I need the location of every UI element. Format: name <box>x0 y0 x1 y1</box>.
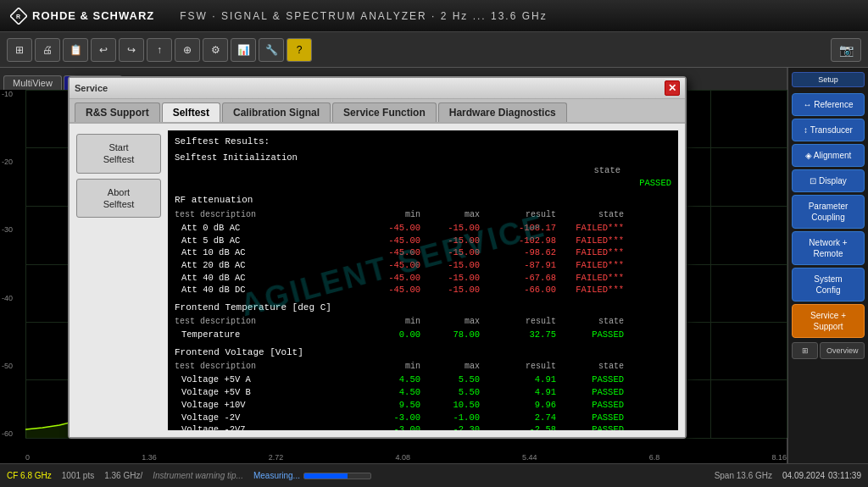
toolbar-btn-redo[interactable]: ↪ <box>119 38 144 62</box>
toolbar: ⊞ 🖨 📋 ↩ ↪ ↑ ⊕ ⚙ 📊 🔧 ? 📷 <box>0 32 868 68</box>
tab-rs-support[interactable]: R&S Support <box>75 102 160 122</box>
span-value: Span 13.6 GHz <box>715 471 772 480</box>
tab-calibration[interactable]: Calibration Signal <box>222 102 331 122</box>
section-voltage-title: Frontend Voltage [Volt] <box>175 346 671 359</box>
span-display: Span 13.6 GHz <box>715 471 772 480</box>
toolbar-btn-up[interactable]: ↑ <box>147 38 172 62</box>
brand-name: ROHDE & SCHWARZ <box>32 9 154 22</box>
start-selftest-button[interactable]: StartSelftest <box>76 134 161 174</box>
status-bar: CF 6.8 GHz 1001 pts 1.36 GHz/ Instrument… <box>0 463 868 487</box>
toolbar-btn-copy[interactable]: 📋 <box>63 38 88 62</box>
brand-logo: R ROHDE & SCHWARZ <box>10 8 154 25</box>
freq-1: 1.36 <box>142 453 157 462</box>
progress-fill <box>304 473 348 479</box>
toolbar-right: 📷 <box>831 38 861 62</box>
modal-close-button[interactable]: ✕ <box>665 80 680 96</box>
grid-button[interactable]: ⊞ <box>792 342 818 359</box>
table-row: Voltage +5V B 4.50 5.50 4.91 PASSED <box>175 386 671 399</box>
measuring-text: Measuring... <box>253 471 300 480</box>
table-row: Temperature 0.00 78.00 32.75 PASSED <box>175 329 671 341</box>
overview-button[interactable]: Overview <box>820 342 865 359</box>
init-state-value: PASSED <box>175 177 671 190</box>
modal-sidebar: StartSelftest AbortSelftest <box>76 130 161 430</box>
toolbar-btn-chart[interactable]: 📊 <box>231 38 256 62</box>
toolbar-btn-tool[interactable]: 🔧 <box>259 38 284 62</box>
service-modal: Service ✕ R&S Support Selftest Calibrati… <box>68 76 687 439</box>
table-row: Att 0 dB AC -45.00 -15.00 -108.17 FAILED… <box>175 222 671 235</box>
pts-value: 1001 pts <box>62 471 94 480</box>
transducer-button[interactable]: ↕ Transducer <box>792 119 865 141</box>
modal-title: Service <box>75 83 108 93</box>
table-row: Att 10 dB AC -45.00 -15.00 -98.62 FAILED… <box>175 246 671 259</box>
table-row: Att 5 dB AC -45.00 -15.00 -102.98 FAILED… <box>175 235 671 247</box>
init-text: Selftest Initialization <box>175 152 671 164</box>
y-label-5: -60 <box>2 429 13 438</box>
y-label-2: -30 <box>2 225 13 234</box>
warning-display: Instrument warning tip... <box>153 471 243 480</box>
bw-display: 1.36 GHz/ <box>104 471 142 480</box>
brand-bar: R ROHDE & SCHWARZ FSW · SIGNAL & SPECTRU… <box>0 0 868 32</box>
section-rf-atten: RF attenuation test description min max … <box>175 194 671 296</box>
toolbar-btn-undo[interactable]: ↩ <box>91 38 116 62</box>
parameter-coupling-button[interactable]: ParameterCoupling <box>792 195 865 229</box>
tab-service-function[interactable]: Service Function <box>332 102 437 122</box>
setup-button[interactable]: Setup <box>792 72 865 87</box>
main-area: MultiView Spectrum Service BRW: 3 MHz <box>0 68 868 463</box>
y-label-1: -20 <box>2 158 13 166</box>
service-support-button[interactable]: Service +Support <box>792 304 865 338</box>
freq-6: 8.16 <box>771 453 787 462</box>
cf-value: CF 6.8 GHz <box>7 471 52 480</box>
table-row: Att 20 dB AC -45.00 -15.00 -87.91 FAILED… <box>175 259 671 272</box>
y-axis: -10 -20 -30 -40 -50 -60 <box>2 90 13 438</box>
freq-labels: 0 1.36 2.72 4.08 5.44 6.8 8.16 <box>25 453 787 462</box>
y-label-3: -40 <box>2 294 13 302</box>
date-value: 04.09.2024 <box>782 471 825 480</box>
toolbar-btn-windows[interactable]: ⊞ <box>7 38 32 62</box>
progress-bar <box>303 473 371 479</box>
right-panel: Setup ↔ Reference ↕ Transducer ◈ Alignme… <box>787 68 868 463</box>
toolbar-btn-print[interactable]: 🖨 <box>35 38 60 62</box>
tab-selftest[interactable]: Selftest <box>162 102 220 122</box>
tab-multiview[interactable]: MultiView <box>3 75 62 90</box>
toolbar-btn-add[interactable]: ⊕ <box>175 38 200 62</box>
table-row: Voltage -2V7 -3.00 -2.30 -2.58 PASSED <box>175 423 671 430</box>
device-info: FSW · SIGNAL & SPECTRUM ANALYZER · 2 Hz … <box>180 10 547 22</box>
freq-5: 6.8 <box>649 453 660 462</box>
system-config-button[interactable]: SystemConfig <box>792 268 865 302</box>
freq-0: 0 <box>25 453 30 462</box>
modal-content: StartSelftest AbortSelftest Selftest Res… <box>70 124 685 437</box>
freq-4: 5.44 <box>522 453 537 462</box>
time-value: 03:11:39 <box>828 471 861 480</box>
svg-text:R: R <box>16 14 21 19</box>
init-state-row: state <box>175 164 671 177</box>
bw-value: 1.36 GHz/ <box>104 471 142 480</box>
modal-tabs: R&S Support Selftest Calibration Signal … <box>70 99 685 124</box>
freq-2: 2.72 <box>269 453 284 462</box>
y-label-0: -10 <box>2 90 13 98</box>
table-row: Att 40 dB DC -45.00 -15.00 -66.00 FAILED… <box>175 284 671 296</box>
alignment-button[interactable]: ◈ Alignment <box>792 144 865 167</box>
results-area: Selftest Results: Selftest Initializatio… <box>168 130 678 430</box>
section-rf-title: RF attenuation <box>175 194 671 207</box>
modal-titlebar: Service ✕ <box>70 78 685 99</box>
datetime-display: 04.09.2024 03:11:39 <box>782 471 861 480</box>
display-button[interactable]: ⊡ Display <box>792 169 865 192</box>
table-row: Att 40 dB AC -45.00 -15.00 -67.68 FAILED… <box>175 272 671 285</box>
spectrum-panel: MultiView Spectrum Service BRW: 3 MHz <box>0 68 787 463</box>
camera-button[interactable]: 📷 <box>831 38 861 62</box>
tab-hardware-diagnostics[interactable]: Hardware Diagnostics <box>438 102 567 122</box>
toolbar-btn-help[interactable]: ? <box>287 38 312 62</box>
section-temp-title: Frontend Temperature [deg C] <box>175 302 671 314</box>
pts-display: 1001 pts <box>62 471 94 480</box>
table-row: Voltage -2V -3.00 -1.00 2.74 PASSED <box>175 412 671 424</box>
table-row: Voltage +10V 9.50 10.50 9.96 PASSED <box>175 399 671 412</box>
warning-text: Instrument warning tip... <box>153 471 243 480</box>
y-label-4: -50 <box>2 362 13 370</box>
section-voltage: Frontend Voltage [Volt] test description… <box>175 346 671 430</box>
reference-button[interactable]: ↔ Reference <box>792 93 865 116</box>
freq-3: 4.08 <box>395 453 410 462</box>
cf-display: CF 6.8 GHz <box>7 471 52 480</box>
network-remote-button[interactable]: Network +Remote <box>792 231 865 265</box>
toolbar-btn-settings[interactable]: ⚙ <box>203 38 228 62</box>
abort-selftest-button[interactable]: AbortSelftest <box>76 179 161 219</box>
